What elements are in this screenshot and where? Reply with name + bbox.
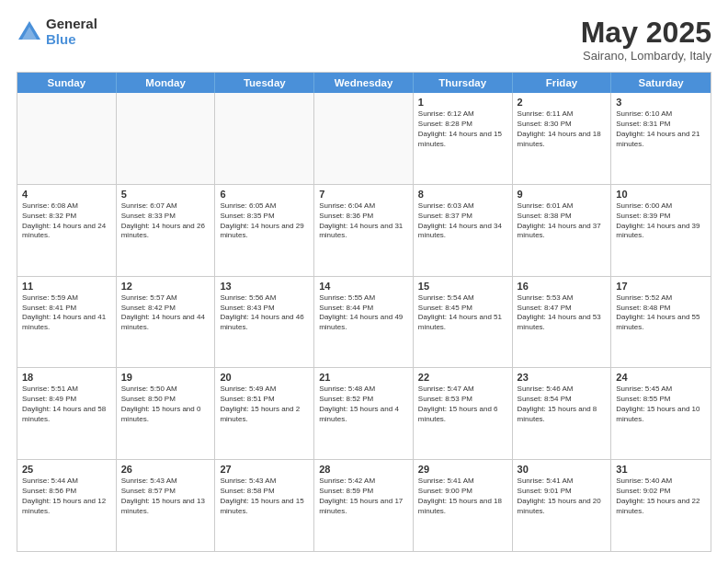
header-day-tuesday: Tuesday [215, 73, 314, 93]
day-cell-18: 18Sunrise: 5:51 AM Sunset: 8:49 PM Dayli… [17, 368, 117, 459]
day-info: Sunrise: 5:54 AM Sunset: 8:45 PM Dayligh… [418, 293, 507, 333]
day-number: 10 [616, 189, 706, 200]
week-row-1: 1Sunrise: 6:12 AM Sunset: 8:28 PM Daylig… [17, 93, 711, 185]
title-block: May 2025 Sairano, Lombardy, Italy [581, 17, 711, 63]
day-number: 21 [319, 372, 408, 383]
day-info: Sunrise: 6:01 AM Sunset: 8:38 PM Dayligh… [518, 201, 607, 241]
day-number: 11 [22, 281, 111, 292]
day-cell-25: 25Sunrise: 5:44 AM Sunset: 8:56 PM Dayli… [17, 460, 117, 551]
day-cell-26: 26Sunrise: 5:43 AM Sunset: 8:57 PM Dayli… [117, 460, 216, 551]
day-info: Sunrise: 6:03 AM Sunset: 8:37 PM Dayligh… [418, 201, 507, 241]
day-number: 28 [319, 464, 408, 475]
day-number: 13 [220, 281, 309, 292]
day-cell-9: 9Sunrise: 6:01 AM Sunset: 8:38 PM Daylig… [513, 185, 612, 276]
day-info: Sunrise: 6:00 AM Sunset: 8:39 PM Dayligh… [616, 201, 706, 241]
day-cell-19: 19Sunrise: 5:50 AM Sunset: 8:50 PM Dayli… [117, 368, 216, 459]
day-cell-27: 27Sunrise: 5:43 AM Sunset: 8:58 PM Dayli… [215, 460, 314, 551]
day-number: 3 [616, 97, 706, 108]
day-info: Sunrise: 5:42 AM Sunset: 8:59 PM Dayligh… [319, 477, 408, 516]
day-cell-6: 6Sunrise: 6:05 AM Sunset: 8:35 PM Daylig… [215, 185, 314, 276]
day-cell-31: 31Sunrise: 5:40 AM Sunset: 9:02 PM Dayli… [611, 460, 711, 551]
day-cell-15: 15Sunrise: 5:54 AM Sunset: 8:45 PM Dayli… [414, 277, 513, 368]
page: General Blue May 2025 Sairano, Lombardy,… [0, 0, 728, 563]
day-info: Sunrise: 5:59 AM Sunset: 8:41 PM Dayligh… [22, 293, 111, 333]
day-info: Sunrise: 6:11 AM Sunset: 8:30 PM Dayligh… [518, 109, 607, 149]
empty-cell [314, 93, 414, 184]
logo-text: General Blue [46, 17, 97, 47]
day-info: Sunrise: 5:57 AM Sunset: 8:42 PM Dayligh… [121, 293, 210, 333]
day-info: Sunrise: 5:45 AM Sunset: 8:55 PM Dayligh… [616, 385, 706, 424]
day-number: 25 [22, 464, 111, 475]
day-cell-7: 7Sunrise: 6:04 AM Sunset: 8:36 PM Daylig… [314, 185, 414, 276]
calendar-body: 1Sunrise: 6:12 AM Sunset: 8:28 PM Daylig… [17, 93, 711, 551]
day-number: 4 [22, 189, 111, 200]
day-number: 12 [121, 281, 210, 292]
day-number: 26 [121, 464, 210, 475]
subtitle: Sairano, Lombardy, Italy [581, 49, 711, 63]
day-number: 18 [22, 372, 111, 383]
day-cell-2: 2Sunrise: 6:11 AM Sunset: 8:30 PM Daylig… [513, 93, 612, 184]
day-number: 31 [616, 464, 706, 475]
day-info: Sunrise: 6:04 AM Sunset: 8:36 PM Dayligh… [319, 201, 408, 241]
day-number: 27 [220, 464, 309, 475]
day-number: 5 [121, 189, 210, 200]
week-row-2: 4Sunrise: 6:08 AM Sunset: 8:32 PM Daylig… [17, 185, 711, 277]
header-day-sunday: Sunday [17, 73, 117, 93]
header-day-thursday: Thursday [414, 73, 513, 93]
header-day-monday: Monday [117, 73, 216, 93]
day-number: 30 [518, 464, 607, 475]
day-number: 9 [518, 189, 607, 200]
day-cell-20: 20Sunrise: 5:49 AM Sunset: 8:51 PM Dayli… [215, 368, 314, 459]
day-cell-8: 8Sunrise: 6:03 AM Sunset: 8:37 PM Daylig… [414, 185, 513, 276]
day-info: Sunrise: 6:10 AM Sunset: 8:31 PM Dayligh… [616, 109, 706, 149]
day-number: 2 [518, 97, 607, 108]
day-info: Sunrise: 6:05 AM Sunset: 8:35 PM Dayligh… [220, 201, 309, 241]
day-info: Sunrise: 5:48 AM Sunset: 8:52 PM Dayligh… [319, 385, 408, 424]
day-number: 16 [518, 281, 607, 292]
day-info: Sunrise: 5:52 AM Sunset: 8:48 PM Dayligh… [616, 293, 706, 333]
day-info: Sunrise: 5:56 AM Sunset: 8:43 PM Dayligh… [220, 293, 309, 333]
day-number: 6 [220, 189, 309, 200]
day-cell-14: 14Sunrise: 5:55 AM Sunset: 8:44 PM Dayli… [314, 277, 414, 368]
day-number: 24 [616, 372, 706, 383]
day-number: 1 [418, 97, 507, 108]
day-info: Sunrise: 5:50 AM Sunset: 8:50 PM Dayligh… [121, 385, 210, 424]
day-number: 23 [518, 372, 607, 383]
day-info: Sunrise: 5:44 AM Sunset: 8:56 PM Dayligh… [22, 477, 111, 516]
day-cell-17: 17Sunrise: 5:52 AM Sunset: 8:48 PM Dayli… [611, 277, 711, 368]
calendar-header: SundayMondayTuesdayWednesdayThursdayFrid… [17, 73, 711, 93]
day-cell-5: 5Sunrise: 6:07 AM Sunset: 8:33 PM Daylig… [117, 185, 216, 276]
day-cell-11: 11Sunrise: 5:59 AM Sunset: 8:41 PM Dayli… [17, 277, 117, 368]
day-number: 17 [616, 281, 706, 292]
empty-cell [215, 93, 314, 184]
day-info: Sunrise: 6:07 AM Sunset: 8:33 PM Dayligh… [121, 201, 210, 241]
empty-cell [17, 93, 117, 184]
day-number: 22 [418, 372, 507, 383]
day-number: 7 [319, 189, 408, 200]
day-cell-30: 30Sunrise: 5:41 AM Sunset: 9:01 PM Dayli… [513, 460, 612, 551]
day-cell-10: 10Sunrise: 6:00 AM Sunset: 8:39 PM Dayli… [611, 185, 711, 276]
header: General Blue May 2025 Sairano, Lombardy,… [17, 17, 711, 63]
day-info: Sunrise: 5:40 AM Sunset: 9:02 PM Dayligh… [616, 477, 706, 516]
day-info: Sunrise: 5:41 AM Sunset: 9:00 PM Dayligh… [418, 477, 507, 516]
day-number: 20 [220, 372, 309, 383]
week-row-3: 11Sunrise: 5:59 AM Sunset: 8:41 PM Dayli… [17, 277, 711, 369]
header-day-wednesday: Wednesday [314, 73, 414, 93]
day-info: Sunrise: 6:08 AM Sunset: 8:32 PM Dayligh… [22, 201, 111, 241]
day-cell-13: 13Sunrise: 5:56 AM Sunset: 8:43 PM Dayli… [215, 277, 314, 368]
day-info: Sunrise: 5:43 AM Sunset: 8:58 PM Dayligh… [220, 477, 309, 516]
day-number: 15 [418, 281, 507, 292]
week-row-5: 25Sunrise: 5:44 AM Sunset: 8:56 PM Dayli… [17, 460, 711, 551]
logo-general: General [46, 17, 97, 32]
logo: General Blue [17, 17, 97, 47]
day-cell-28: 28Sunrise: 5:42 AM Sunset: 8:59 PM Dayli… [314, 460, 414, 551]
day-cell-1: 1Sunrise: 6:12 AM Sunset: 8:28 PM Daylig… [414, 93, 513, 184]
day-info: Sunrise: 5:43 AM Sunset: 8:57 PM Dayligh… [121, 477, 210, 516]
day-info: Sunrise: 6:12 AM Sunset: 8:28 PM Dayligh… [418, 109, 507, 149]
day-number: 8 [418, 189, 507, 200]
day-cell-22: 22Sunrise: 5:47 AM Sunset: 8:53 PM Dayli… [414, 368, 513, 459]
day-number: 14 [319, 281, 408, 292]
day-info: Sunrise: 5:51 AM Sunset: 8:49 PM Dayligh… [22, 385, 111, 424]
month-title: May 2025 [581, 17, 711, 49]
day-number: 19 [121, 372, 210, 383]
